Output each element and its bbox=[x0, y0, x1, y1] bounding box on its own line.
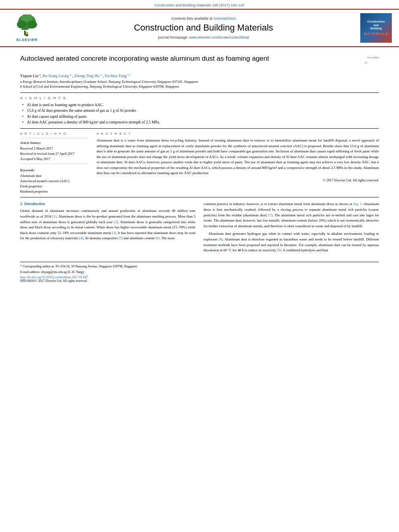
svg-rect-7 bbox=[26, 34, 28, 36]
highlights-label: H I G H L I G H T S bbox=[20, 96, 379, 100]
affiliation2: b School of Civil and Environmental Engi… bbox=[20, 84, 379, 89]
abstract-text: Aluminum dust is a waste from aluminum d… bbox=[97, 138, 379, 176]
intro-p3: Aluminum dust generates hydrogen gas whe… bbox=[204, 231, 379, 253]
article-info-label: A R T I C L E I N F O bbox=[20, 132, 88, 136]
footer-left: * Corresponding author at: N1-01b-56, 50… bbox=[20, 264, 379, 283]
author-sep2: , bbox=[103, 74, 105, 78]
keywords-label: Keywords: bbox=[20, 168, 88, 172]
affiliation1: a Energy Research Institute, Interdiscip… bbox=[20, 80, 379, 84]
abstract-label: A B S T R A C T bbox=[97, 132, 379, 136]
intro-col1-text: Global demand of aluminum increases cont… bbox=[20, 208, 195, 241]
highlight-item: Al dust is used as foaming agent to prod… bbox=[22, 102, 379, 108]
article-title: Autoclaved aerated concrete incorporatin… bbox=[20, 54, 365, 63]
highlight-item: Al dust-AAC possesses a density of 800 k… bbox=[22, 119, 379, 125]
ref2[interactable]: [2] bbox=[114, 220, 118, 224]
doi-link[interactable]: http://dx.doi.org/10.1016/j.conbuildmat.… bbox=[20, 275, 379, 279]
ref4[interactable]: [4] bbox=[79, 236, 83, 240]
revised-date: Received in revised form 27 April 2017 bbox=[20, 151, 88, 156]
affiliations: a Energy Research Institute, Interdiscip… bbox=[20, 80, 379, 89]
sciencedirect-link[interactable]: ScienceDirect bbox=[214, 16, 236, 21]
body-content: 1. Introduction Global demand of aluminu… bbox=[20, 201, 379, 256]
contents-line: Contents lists available at ScienceDirec… bbox=[171, 16, 236, 21]
corresponding-note: * Corresponding author at: N1-01b-56, 50… bbox=[20, 264, 379, 269]
ref6[interactable]: [6] bbox=[156, 236, 160, 240]
ref9[interactable]: [9] bbox=[277, 248, 281, 252]
accepted-date: Accepted 6 May 2017 bbox=[20, 156, 88, 162]
fig1-link[interactable]: Fig. 1 bbox=[353, 202, 362, 206]
homepage-link[interactable]: www.elsevier.com/locate/conbuildmat bbox=[189, 35, 249, 39]
author1: Yiquan Liu a, bbox=[20, 74, 43, 78]
journal-title-area: Contents lists available at ScienceDirec… bbox=[49, 13, 358, 43]
highlight-item: 15.6 g of Al dust generates the same amo… bbox=[22, 108, 379, 113]
journal-cover-area: Construction and Building MATERIALS bbox=[358, 13, 394, 43]
journal-header: ELSEVIER Contents lists available at Sci… bbox=[0, 9, 399, 47]
highlights-section: H I G H L I G H T S Al dust is used as f… bbox=[20, 96, 379, 125]
highlights-list: Al dust is used as foaming agent to prod… bbox=[22, 102, 379, 125]
intro-col2-text: common practice in industry; however, is… bbox=[204, 201, 379, 253]
highlight-item: Al dust causes rapid stiffening of paste… bbox=[22, 114, 379, 119]
article-title-section: Autoclaved aerated concrete incorporatin… bbox=[20, 51, 379, 70]
keyword1: Aluminum dust bbox=[20, 173, 88, 179]
issn-line: 0950-0618/© 2017 Elsevier Ltd. All right… bbox=[20, 279, 379, 283]
journal-homepage: journal homepage: www.elsevier.com/locat… bbox=[158, 35, 249, 39]
svg-point-3 bbox=[17, 21, 27, 29]
elsevier-logo: ELSEVIER bbox=[13, 14, 41, 42]
author3[interactable]: Zhong-Ting Hu b bbox=[74, 74, 102, 78]
divider2 bbox=[20, 128, 379, 129]
article-info-abstract: A R T I C L E I N F O Article history: R… bbox=[20, 132, 379, 194]
cover-subtitle: MATERIALS bbox=[364, 32, 389, 36]
top-journal-link[interactable]: Construction and Building Materials 148 … bbox=[0, 0, 399, 9]
keyword2: Autoclaved aerated concrete (AAC) bbox=[20, 179, 88, 184]
divider3 bbox=[20, 197, 379, 197]
keyword3: Fresh properties bbox=[20, 184, 88, 189]
intro-col1: 1. Introduction Global demand of aluminu… bbox=[20, 201, 195, 256]
elsevier-text-label: ELSEVIER bbox=[16, 38, 38, 42]
authors-line: Yiquan Liu a, Bo Siang Leong b , Zhong-T… bbox=[20, 73, 379, 78]
intro-title: 1. Introduction bbox=[20, 201, 195, 206]
ref8[interactable]: [8] bbox=[218, 237, 222, 241]
svg-rect-0 bbox=[24, 31, 26, 35]
cover-title: Construction and Building bbox=[367, 20, 385, 30]
crossmark-text: CrossMark bbox=[367, 56, 379, 59]
received-date: Received 2 March 2017 bbox=[20, 146, 88, 151]
page: Construction and Building Materials 148 … bbox=[0, 0, 399, 532]
svg-point-6 bbox=[26, 32, 28, 34]
abstract-col: A B S T R A C T Aluminum dust is a waste… bbox=[97, 132, 379, 194]
ref5[interactable]: [5] bbox=[119, 236, 123, 240]
svg-point-4 bbox=[27, 21, 37, 29]
article-info-col: A R T I C L E I N F O Article history: R… bbox=[20, 132, 88, 194]
intro-two-col: 1. Introduction Global demand of aluminu… bbox=[20, 201, 379, 256]
elsevier-tree-icon bbox=[13, 14, 41, 37]
ref3[interactable]: [3] bbox=[112, 231, 116, 235]
footer-cols: * Corresponding author at: N1-01b-56, 50… bbox=[20, 264, 379, 283]
keyword4: Hardened properties bbox=[20, 189, 88, 194]
journal-cover-image: Construction and Building MATERIALS bbox=[360, 13, 392, 43]
content-area: Autoclaved aerated concrete incorporatin… bbox=[0, 47, 399, 287]
ref1[interactable]: [1] bbox=[52, 214, 56, 218]
elsevier-logo-area: ELSEVIER bbox=[5, 13, 49, 43]
keywords-divider bbox=[20, 164, 88, 164]
author2[interactable]: Bo Siang Leong b bbox=[43, 74, 71, 78]
intro-p2: common practice in industry; however, is… bbox=[204, 201, 379, 229]
info-divider bbox=[20, 138, 88, 138]
crossmark-logo: CrossMark bbox=[365, 56, 379, 70]
author4[interactable]: En-Hua Yang b,* bbox=[105, 74, 131, 78]
intro-p1: Global demand of aluminum increases cont… bbox=[20, 208, 195, 241]
footer-area: * Corresponding author at: N1-01b-56, 50… bbox=[20, 262, 379, 283]
journal-main-title: Construction and Building Materials bbox=[134, 23, 273, 33]
ref7[interactable]: [7] bbox=[268, 213, 272, 217]
journal-citation: Construction and Building Materials 148 … bbox=[154, 3, 245, 7]
intro-col2: common practice in industry; however, is… bbox=[204, 201, 379, 256]
copyright-line: © 2017 Elsevier Ltd. All rights reserved… bbox=[97, 178, 379, 182]
email-note: E-mail address: ehyang@ntu.edu.sg (E.-H.… bbox=[20, 270, 379, 274]
history-label: Article history: bbox=[20, 141, 88, 145]
divider1 bbox=[20, 92, 379, 93]
